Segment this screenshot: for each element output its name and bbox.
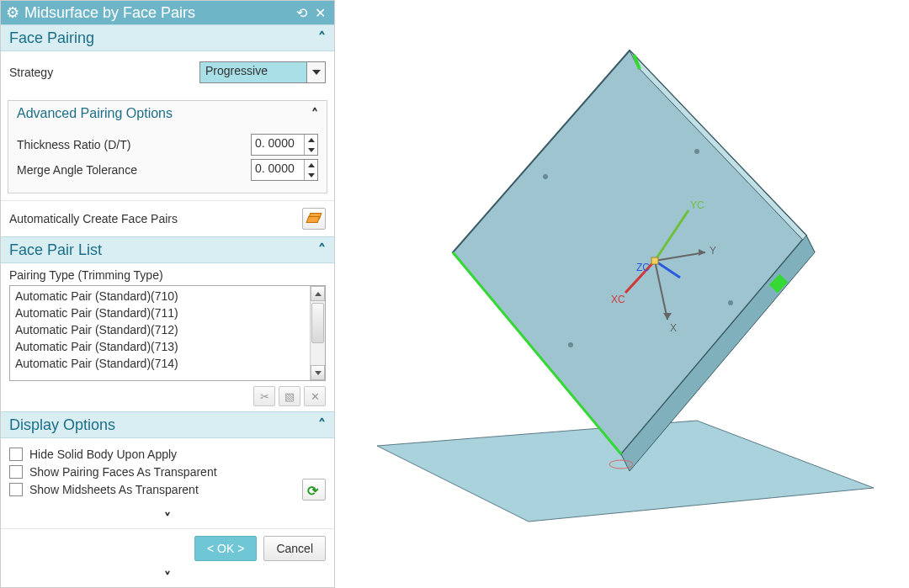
svg-point-6 xyxy=(543,174,548,179)
face-pairing-header[interactable]: Face Pairing ˄ xyxy=(1,24,334,51)
advanced-pairing-box: Advanced Pairing Options ˄ Thickness Rat… xyxy=(8,100,327,193)
expand-more[interactable]: ˅ xyxy=(1,509,334,528)
svg-point-8 xyxy=(728,300,733,305)
scroll-up-icon[interactable] xyxy=(311,286,325,301)
axis-zc-label: ZC xyxy=(636,262,650,273)
list-item[interactable]: Automatic Pair (Standard)(714) xyxy=(10,355,310,372)
thickness-ratio-input[interactable]: 0. 0000 xyxy=(251,134,318,156)
chevron-down-icon: ˅ xyxy=(164,511,171,526)
spin-up-icon[interactable] xyxy=(305,135,317,145)
svg-marker-0 xyxy=(453,50,806,454)
solid-body xyxy=(453,50,815,471)
axis-x-label: X xyxy=(670,322,677,334)
spin-down-icon[interactable] xyxy=(305,170,317,180)
merge-angle-label: Merge Angle Tolerance xyxy=(17,163,251,177)
spin-down-icon[interactable] xyxy=(305,145,317,155)
strategy-label: Strategy xyxy=(9,66,199,79)
model-view: Y X YC XC ZC xyxy=(335,0,907,588)
gear-icon[interactable]: ⚙ xyxy=(6,3,19,22)
merge-angle-input[interactable]: 0. 0000 xyxy=(251,159,318,181)
refresh-icon xyxy=(307,483,321,496)
titlebar: ⚙ Midsurface by Face Pairs ⟲ ✕ xyxy=(1,1,334,24)
show-pairing-checkbox[interactable] xyxy=(9,465,23,479)
refresh-button[interactable] xyxy=(302,479,326,501)
merge-value: 0. 0000 xyxy=(252,160,304,180)
swap-icon: ✂ xyxy=(260,390,269,403)
display-options-body: Hide Solid Body Upon Apply Show Pairing … xyxy=(1,438,334,509)
list-item[interactable]: Automatic Pair (Standard)(713) xyxy=(10,338,310,355)
strategy-value: Progressive xyxy=(200,62,306,82)
auto-create-label: Automatically Create Face Pairs xyxy=(9,212,302,225)
chevron-up-icon[interactable]: ˄ xyxy=(311,106,318,122)
cancel-button[interactable]: Cancel xyxy=(263,536,326,561)
dialog-footer: < OK > Cancel xyxy=(1,528,334,568)
list-item[interactable]: Automatic Pair (Standard)(711) xyxy=(10,305,310,321)
display-options-header[interactable]: Display Options ˄ xyxy=(1,411,334,438)
thickness-value: 0. 0000 xyxy=(252,135,304,155)
chevron-down-icon: ˅ xyxy=(164,570,171,585)
pairing-type-label: Pairing Type (Trimming Type) xyxy=(1,263,334,285)
close-icon[interactable]: ✕ xyxy=(311,5,329,21)
section-title: Display Options xyxy=(9,416,115,434)
hide-solid-checkbox[interactable] xyxy=(9,448,23,461)
section-title: Face Pair List xyxy=(9,241,102,259)
swap-faces-button[interactable]: ✂ xyxy=(253,386,275,406)
expand-more-bottom[interactable]: ˅ xyxy=(1,568,334,587)
face-pair-list-header[interactable]: Face Pair List ˄ xyxy=(1,236,334,263)
dialog-title: Midsurface by Face Pairs xyxy=(24,4,195,22)
pair-list: Automatic Pair (Standard)(710) Automatic… xyxy=(9,285,326,381)
copy-icon: ▧ xyxy=(284,390,295,403)
delete-icon: ✕ xyxy=(311,390,320,403)
strategy-combo[interactable]: Progressive xyxy=(199,61,326,83)
face-pairing-body: Strategy Progressive xyxy=(1,51,334,93)
scrollbar[interactable] xyxy=(310,286,325,380)
axis-y-label: Y xyxy=(710,245,716,257)
chevron-up-icon[interactable]: ˄ xyxy=(318,241,326,259)
section-title: Face Pairing xyxy=(9,29,94,47)
axis-xc-label: XC xyxy=(611,294,625,305)
show-pairing-label: Show Pairing Faces As Transparent xyxy=(29,465,217,479)
ok-button[interactable]: < OK > xyxy=(194,536,257,561)
list-item[interactable]: Automatic Pair (Standard)(712) xyxy=(10,321,310,338)
svg-point-7 xyxy=(694,149,699,154)
face-pairs-icon xyxy=(307,213,321,225)
hide-solid-label: Hide Solid Body Upon Apply xyxy=(29,448,177,461)
viewport-3d[interactable]: Y X YC XC ZC xyxy=(335,0,909,588)
svg-rect-17 xyxy=(651,257,658,264)
show-midsheets-checkbox[interactable] xyxy=(9,483,23,496)
reset-icon[interactable]: ⟲ xyxy=(292,5,311,21)
delete-pair-button[interactable]: ✕ xyxy=(304,386,326,406)
copy-pair-button[interactable]: ▧ xyxy=(279,386,300,406)
scroll-track[interactable] xyxy=(311,301,325,365)
dialog-panel: ⚙ Midsurface by Face Pairs ⟲ ✕ Face Pair… xyxy=(0,0,335,588)
spin-up-icon[interactable] xyxy=(305,160,317,170)
scroll-down-icon[interactable] xyxy=(311,365,325,380)
chevron-up-icon[interactable]: ˄ xyxy=(318,416,326,434)
chevron-up-icon[interactable]: ˄ xyxy=(318,29,326,47)
list-item[interactable]: Automatic Pair (Standard)(710) xyxy=(10,288,310,305)
auto-create-row: Automatically Create Face Pairs xyxy=(1,200,334,236)
auto-create-button[interactable] xyxy=(302,208,326,230)
show-midsheets-label: Show Midsheets As Transparent xyxy=(29,483,199,496)
axis-yc-label: YC xyxy=(690,199,704,211)
pair-listbox[interactable]: Automatic Pair (Standard)(710) Automatic… xyxy=(10,286,310,380)
advanced-header[interactable]: Advanced Pairing Options xyxy=(17,106,173,122)
thickness-ratio-label: Thickness Ratio (D/T) xyxy=(17,138,251,151)
dropdown-arrow-icon[interactable] xyxy=(306,62,325,82)
scroll-thumb[interactable] xyxy=(311,303,324,343)
svg-point-9 xyxy=(568,342,573,347)
